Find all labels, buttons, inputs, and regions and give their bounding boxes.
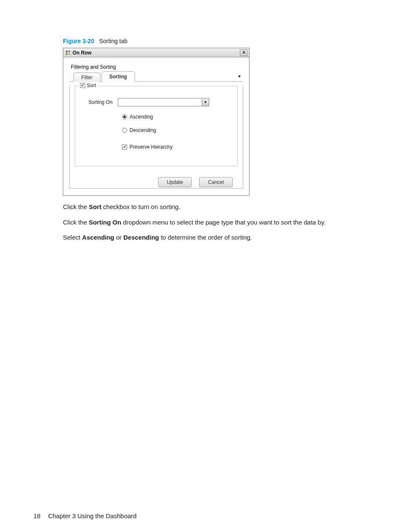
dialog-title: On Row (73, 50, 91, 56)
preserve-hierarchy-checkbox[interactable] (122, 145, 127, 150)
group-label: Filtering and Sorting (71, 64, 242, 70)
figure-caption: Figure 3-20 Sorting tab (63, 38, 375, 44)
figure-number: Figure 3-20 (63, 38, 94, 44)
svg-rect-1 (68, 51, 70, 52)
tab-filter-label: Filter (81, 75, 93, 80)
update-button[interactable]: Update (158, 177, 192, 187)
svg-rect-2 (66, 53, 68, 55)
sort-fieldset: Sort Sorting On ▼ Ascending (75, 86, 238, 166)
sort-checkbox[interactable] (80, 83, 85, 88)
preserve-hierarchy-label: Preserve Hierarchy (130, 144, 173, 150)
tab-overflow-icon[interactable]: ▾ (238, 73, 241, 79)
update-button-label: Update (167, 179, 183, 185)
dialog-window: On Row ✕ Filtering and Sorting Filter So… (63, 48, 249, 196)
sorting-on-dropdown-button[interactable]: ▼ (202, 98, 209, 106)
sorting-on-label: Sorting On (88, 99, 118, 105)
ascending-label: Ascending (130, 114, 153, 120)
descending-radio[interactable] (122, 128, 127, 133)
instruction-line-2: Click the Sorting On dropdown menu to se… (63, 218, 375, 227)
sorting-panel: Sort Sorting On ▼ Ascending (69, 86, 243, 189)
ascending-option[interactable]: Ascending (122, 114, 232, 120)
sorting-on-combo[interactable]: ▼ (118, 98, 209, 106)
figure-title: Sorting tab (99, 38, 127, 44)
page-number: 18 (34, 512, 41, 519)
titlebar[interactable]: On Row ✕ (63, 48, 249, 57)
chevron-down-icon: ▼ (204, 100, 208, 104)
svg-rect-3 (68, 53, 70, 55)
ascending-radio[interactable] (122, 114, 127, 119)
app-icon (65, 50, 71, 56)
sorting-on-input[interactable] (118, 98, 202, 106)
close-icon: ✕ (242, 50, 246, 55)
descending-label: Descending (130, 127, 156, 133)
tab-filter[interactable]: Filter (73, 72, 101, 82)
tab-sorting[interactable]: Sorting (101, 71, 135, 82)
descending-option[interactable]: Descending (122, 127, 232, 133)
cancel-button[interactable]: Cancel (199, 177, 233, 187)
close-button[interactable]: ✕ (240, 49, 247, 56)
tab-sorting-label: Sorting (109, 74, 127, 80)
instruction-line-3: Select Ascending or Descending to determ… (63, 233, 375, 243)
tab-strip: Filter Sorting ▾ (69, 71, 243, 82)
chapter-label: Chapter 3 Using the Dashboard (48, 512, 137, 519)
cancel-button-label: Cancel (208, 179, 223, 185)
svg-rect-0 (66, 51, 68, 52)
sorting-on-row: Sorting On ▼ (88, 98, 232, 106)
sort-checkbox-label: Sort (87, 83, 96, 88)
instruction-line-1: Click the Sort checkbox to turn on sorti… (63, 202, 375, 212)
sort-legend: Sort (78, 83, 98, 88)
preserve-hierarchy-row[interactable]: Preserve Hierarchy (122, 144, 232, 150)
dialog-actions: Update Cancel (70, 171, 243, 188)
page-footer: 18 Chapter 3 Using the Dashboard (0, 512, 400, 519)
